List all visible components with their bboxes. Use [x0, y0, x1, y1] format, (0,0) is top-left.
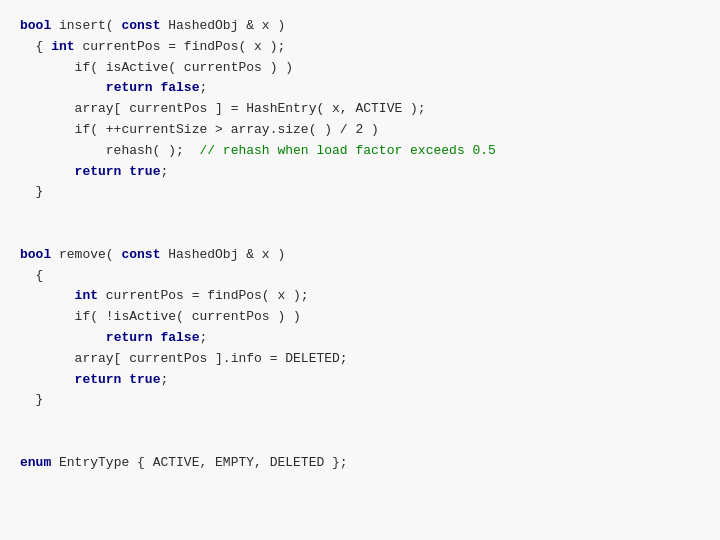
code-editor: bool insert( const HashedObj & x ) { int… — [0, 0, 720, 540]
code-text: } — [20, 392, 43, 407]
code-text — [20, 288, 75, 303]
code-text: if( ++currentSize > array.size( ) / 2 ) — [20, 122, 379, 137]
code-line-22: enum EntryType { ACTIVE, EMPTY, DELETED … — [20, 453, 700, 474]
keyword-return: return — [75, 164, 122, 179]
code-line-5: array[ currentPos ] = HashEntry( x, ACTI… — [20, 99, 700, 120]
code-line-14: int currentPos = findPos( x ); — [20, 286, 700, 307]
code-text: rehash( ); — [20, 143, 199, 158]
code-line-11 — [20, 224, 700, 245]
keyword-bool: bool — [20, 18, 51, 33]
code-line-12: bool remove( const HashedObj & x ) — [20, 245, 700, 266]
code-text: currentPos = findPos( x ); — [98, 288, 309, 303]
code-line-3: if( isActive( currentPos ) ) — [20, 58, 700, 79]
code-line-16: return false; — [20, 328, 700, 349]
code-line-4: return false; — [20, 78, 700, 99]
code-text — [20, 80, 106, 95]
code-text: ; — [160, 372, 168, 387]
code-text: { — [20, 39, 51, 54]
code-text: remove( — [51, 247, 121, 262]
code-text: array[ currentPos ].info = DELETED; — [20, 351, 348, 366]
code-text: currentPos = findPos( x ); — [75, 39, 286, 54]
code-text: if( !isActive( currentPos ) ) — [20, 309, 301, 324]
keyword-return3: return — [75, 372, 122, 387]
keyword-return2: return — [106, 330, 153, 345]
code-text: EntryType { ACTIVE, EMPTY, DELETED }; — [51, 455, 347, 470]
code-line-13: { — [20, 266, 700, 287]
code-text: ; — [160, 164, 168, 179]
code-text — [20, 372, 75, 387]
keyword-const: const — [121, 18, 160, 33]
code-line-2: { int currentPos = findPos( x ); — [20, 37, 700, 58]
keyword-bool2: bool — [20, 247, 51, 262]
code-line-10 — [20, 203, 700, 224]
keyword-enum: enum — [20, 455, 51, 470]
keyword-int: int — [51, 39, 74, 54]
code-text: ; — [199, 80, 207, 95]
code-line-18: return true; — [20, 370, 700, 391]
code-line-9: } — [20, 182, 700, 203]
code-text: ; — [199, 330, 207, 345]
code-text: HashedObj & x ) — [160, 247, 285, 262]
code-text: HashedObj & x ) — [160, 18, 285, 33]
code-text: if( isActive( currentPos ) ) — [20, 60, 293, 75]
code-text: insert( — [51, 18, 121, 33]
keyword-const2: const — [121, 247, 160, 262]
code-line-19: } — [20, 390, 700, 411]
keyword-true: true — [129, 164, 160, 179]
code-text: { — [20, 268, 43, 283]
code-text — [20, 330, 106, 345]
code-line-21 — [20, 432, 700, 453]
code-line-7: rehash( ); // rehash when load factor ex… — [20, 141, 700, 162]
code-line-15: if( !isActive( currentPos ) ) — [20, 307, 700, 328]
keyword-return: return — [106, 80, 153, 95]
code-line-6: if( ++currentSize > array.size( ) / 2 ) — [20, 120, 700, 141]
code-text — [20, 164, 75, 179]
code-text: array[ currentPos ] = HashEntry( x, ACTI… — [20, 101, 426, 116]
code-line-1: bool insert( const HashedObj & x ) — [20, 16, 700, 37]
keyword-true2: true — [129, 372, 160, 387]
code-text: } — [20, 184, 43, 199]
code-line-8: return true; — [20, 162, 700, 183]
keyword-false: false — [160, 80, 199, 95]
keyword-int2: int — [75, 288, 98, 303]
keyword-false2: false — [160, 330, 199, 345]
code-line-20 — [20, 411, 700, 432]
code-line-17: array[ currentPos ].info = DELETED; — [20, 349, 700, 370]
comment-rehash: // rehash when load factor exceeds 0.5 — [199, 143, 495, 158]
